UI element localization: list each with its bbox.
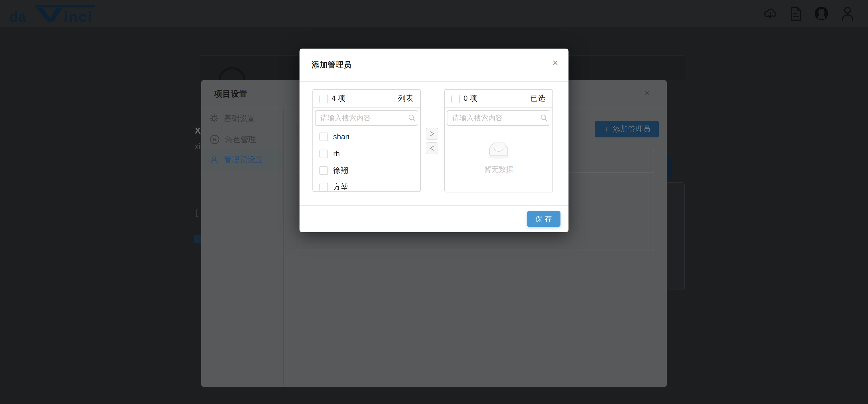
item-checkbox[interactable] bbox=[319, 166, 328, 175]
sidebar-item-label: 角色管理 bbox=[225, 134, 256, 145]
logo-text-left: da bbox=[9, 8, 26, 23]
source-count-label: 4 项 bbox=[332, 90, 345, 107]
chevron-left-icon: < bbox=[430, 143, 434, 154]
transfer-target-panel: 0 项 已选 暂无数据 bbox=[444, 89, 553, 193]
target-search-input[interactable] bbox=[447, 110, 550, 126]
github-icon[interactable] bbox=[814, 6, 829, 21]
item-checkbox[interactable] bbox=[319, 183, 328, 192]
target-count-label: 0 项 bbox=[464, 90, 477, 107]
project-settings-close-icon: × bbox=[644, 88, 650, 98]
add-admin-button-dimmed: + 添加管理员 bbox=[595, 121, 659, 137]
sidebar-item-basic-settings: 基础设置 bbox=[201, 110, 283, 127]
background-right-table-fragment bbox=[667, 182, 685, 290]
item-checkbox[interactable] bbox=[319, 133, 328, 141]
add-admin-button-label: 添加管理员 bbox=[613, 124, 650, 134]
empty-inbox-icon bbox=[485, 141, 513, 159]
empty-state-text: 暂无数据 bbox=[445, 165, 553, 174]
divider bbox=[283, 108, 284, 386]
list-item[interactable]: shan bbox=[313, 129, 421, 144]
item-label: 方堃 bbox=[333, 182, 348, 192]
sidebar-item-admin-settings: 管理员设置 bbox=[201, 150, 283, 170]
background-text-fragment: [ bbox=[196, 208, 198, 217]
davinci-logo: da inci bbox=[9, 4, 95, 23]
sidebar-item-label: 基础设置 bbox=[224, 113, 255, 124]
item-label: rh bbox=[333, 149, 340, 158]
select-all-checkbox[interactable] bbox=[319, 95, 328, 103]
source-search-input[interactable] bbox=[315, 110, 418, 126]
transfer-target-header: 0 项 已选 bbox=[445, 90, 553, 108]
item-checkbox[interactable] bbox=[319, 149, 328, 158]
gear-icon bbox=[210, 114, 218, 123]
target-corner-label: 已选 bbox=[530, 90, 545, 107]
search-icon bbox=[408, 114, 416, 122]
search-icon bbox=[540, 114, 548, 122]
app-header: da inci bbox=[0, 0, 868, 27]
user-icon[interactable] bbox=[841, 6, 854, 21]
person-icon bbox=[210, 156, 218, 164]
background-right-button-fragment bbox=[667, 157, 672, 178]
transfer-source-panel: 4 项 列表 shan rh 徐翔 方堃 bbox=[312, 89, 421, 192]
move-left-button[interactable]: < bbox=[426, 142, 438, 154]
source-corner-label: 列表 bbox=[398, 90, 413, 107]
move-right-button[interactable]: > bbox=[426, 128, 438, 140]
chevron-right-icon: > bbox=[430, 128, 434, 139]
item-label: 徐翔 bbox=[333, 165, 348, 176]
item-label: shan bbox=[333, 133, 349, 141]
sidebar-item-label: 管理员设置 bbox=[224, 155, 263, 165]
plus-icon: + bbox=[603, 125, 609, 134]
document-icon[interactable] bbox=[790, 6, 802, 21]
list-item[interactable]: 徐翔 bbox=[313, 163, 421, 178]
add-admin-modal: 添加管理员 × 4 项 列表 shan rh bbox=[300, 48, 568, 232]
list-item[interactable]: rh bbox=[313, 146, 421, 162]
background-card-heading: X bbox=[195, 126, 201, 136]
modal-header: 添加管理员 × bbox=[300, 48, 568, 82]
transfer-source-header: 4 项 列表 bbox=[313, 90, 420, 108]
background-button-fragment bbox=[194, 235, 201, 243]
background-card-subheading: xi bbox=[195, 142, 200, 151]
sidebar-item-role-management: R 角色管理 bbox=[201, 131, 283, 148]
save-button[interactable]: 保 存 bbox=[527, 211, 560, 227]
select-all-checkbox[interactable] bbox=[451, 95, 460, 103]
close-icon[interactable]: × bbox=[553, 58, 558, 68]
cloud-download-icon[interactable] bbox=[763, 6, 777, 21]
logo-text-right: inci bbox=[64, 8, 93, 23]
list-item[interactable]: 方堃 bbox=[313, 179, 421, 192]
screenshot-root: da inci X xi [ bbox=[0, 0, 868, 404]
registered-icon: R bbox=[210, 135, 219, 144]
modal-title: 添加管理员 bbox=[312, 60, 352, 70]
modal-footer-divider bbox=[300, 205, 568, 206]
project-settings-title: 项目设置 bbox=[214, 88, 247, 100]
